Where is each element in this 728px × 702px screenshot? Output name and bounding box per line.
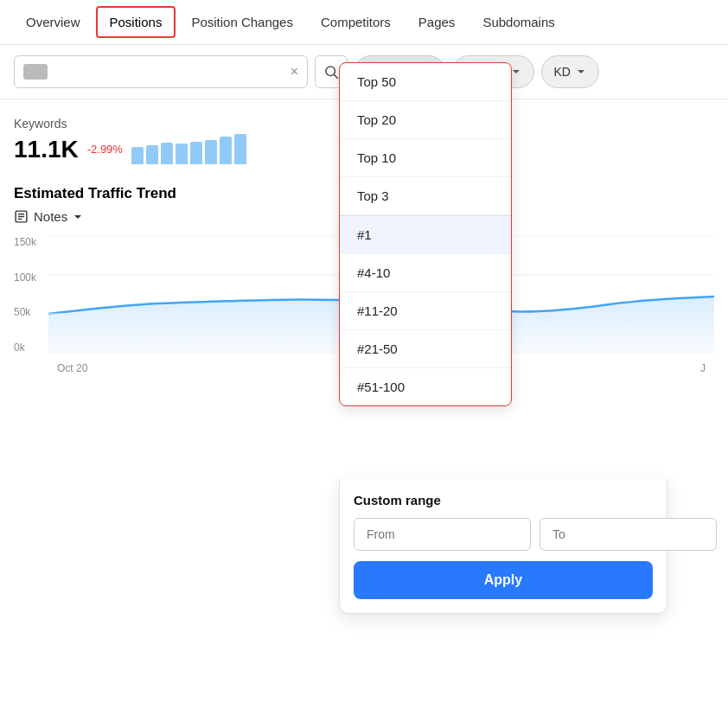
x-label-oct: Oct 20 (57, 362, 87, 374)
nav-item-overview[interactable]: Overview (14, 8, 93, 36)
dropdown-item-top10[interactable]: Top 10 (340, 139, 511, 177)
y-label-100k: 100k (14, 271, 36, 284)
dropdown-item-top3[interactable]: Top 3 (340, 177, 511, 215)
svg-line-1 (334, 74, 337, 78)
nav-bar: Overview Positions Position Changes Comp… (0, 0, 728, 45)
kd-filter-button[interactable]: KD (541, 55, 599, 88)
notes-chevron-icon (73, 212, 83, 222)
bar-7 (220, 137, 232, 164)
notes-icon (14, 209, 29, 224)
dropdown-item-top20[interactable]: Top 20 (340, 101, 511, 139)
y-label-150k: 150k (14, 236, 36, 248)
clear-icon[interactable]: × (291, 64, 298, 80)
nav-item-pages[interactable]: Pages (406, 8, 468, 36)
from-input[interactable] (354, 518, 531, 551)
nav-item-subdomains[interactable]: Subdomains (470, 8, 566, 36)
custom-range-panel: Custom range Apply (339, 479, 667, 614)
kd-filter-label: KD (554, 65, 571, 79)
bar-2 (146, 145, 158, 164)
positions-dropdown: Top 50 Top 20 Top 10 Top 3 #1 #4-10 #11-… (339, 62, 512, 406)
nav-item-positions[interactable]: Positions (96, 6, 176, 38)
y-label-0k: 0k (14, 341, 36, 354)
dropdown-item-4-10[interactable]: #4-10 (340, 254, 511, 292)
notes-label: Notes (34, 209, 67, 224)
domain-avatar (23, 64, 48, 80)
keywords-count: 11.1K (14, 136, 79, 163)
nav-item-competitors[interactable]: Competitors (309, 8, 403, 36)
to-input[interactable] (540, 518, 717, 551)
custom-range-title: Custom range (354, 493, 653, 507)
bar-6 (205, 140, 217, 164)
bar-5 (190, 142, 202, 164)
bar-4 (176, 144, 188, 164)
keywords-bars (131, 134, 246, 164)
dropdown-item-51-100[interactable]: #51-100 (340, 368, 511, 405)
dropdown-item-21-50[interactable]: #21-50 (340, 330, 511, 368)
apply-button[interactable]: Apply (354, 561, 653, 599)
search-box[interactable]: × (14, 55, 308, 88)
chart-y-labels: 150k 100k 50k 0k (14, 236, 36, 354)
y-label-50k: 50k (14, 306, 36, 318)
x-label-j: J (700, 362, 706, 374)
keywords-change: -2.99% (87, 143, 123, 156)
dropdown-item-1[interactable]: #1 (340, 216, 511, 254)
dropdown-item-top50[interactable]: Top 50 (340, 63, 511, 101)
nav-item-position-changes[interactable]: Position Changes (179, 8, 305, 36)
dropdown-item-11-20[interactable]: #11-20 (340, 292, 511, 330)
bar-1 (131, 147, 144, 164)
bar-8 (234, 134, 246, 164)
bar-3 (161, 143, 173, 164)
custom-range-inputs (354, 518, 653, 551)
